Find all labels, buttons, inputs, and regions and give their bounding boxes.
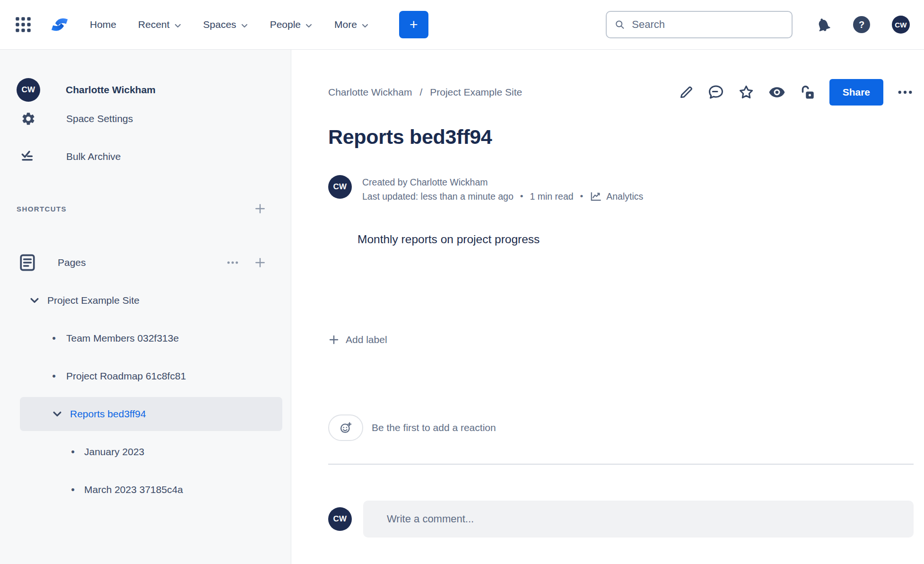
more-actions-button[interactable] [897,84,914,101]
nav-item-recent[interactable]: Recent [138,19,182,30]
bullet-icon: • [71,488,75,492]
reaction-prompt: Be the first to add a reaction [372,422,496,433]
page-actions: Share [678,79,914,106]
tree-item-label: Project Example Site [47,295,139,306]
comment-bubble-icon [707,84,724,101]
unlock-icon [799,84,816,101]
space-sidebar: CW Charlotte Wickham Space Settings Bulk… [0,50,291,564]
nav-item-home[interactable]: Home [90,19,116,30]
comment-placeholder: Write a comment... [387,513,474,525]
reaction-section: Be the first to add a reaction [328,414,914,441]
search-box[interactable] [606,11,793,38]
nav-item-label: Spaces [203,19,236,30]
add-shortcut-button[interactable] [254,203,266,215]
ellipsis-icon [226,256,240,270]
created-by: Created by Charlotte Wickham [362,175,643,189]
pages-more-button[interactable] [226,256,240,270]
sidebar-item-bulk-archive[interactable]: Bulk Archive [0,141,291,173]
add-label-button[interactable]: Add label [328,334,387,345]
chevron-down-icon [361,22,369,29]
topnav-right-group: ? CW [815,16,910,34]
nav-item-label: Home [90,19,116,30]
tree-item-march-2023[interactable]: • March 2023 37185c4a [20,473,282,507]
chevron-down-icon [174,22,182,29]
space-avatar: CW [17,78,40,102]
breadcrumb: Charlotte Wickham / Project Example Site [328,87,522,98]
space-header[interactable]: CW Charlotte Wickham [0,77,291,103]
create-button[interactable]: + [399,11,428,38]
share-button[interactable]: Share [829,79,883,106]
shortcuts-heading: SHORTCUTS [17,205,67,213]
breadcrumb-separator: / [419,87,422,98]
top-navigation: Home Recent Spaces People More + [0,0,924,50]
avatar-initials: CW [333,182,347,192]
breadcrumb-space[interactable]: Charlotte Wickham [328,87,412,98]
eye-icon [768,83,786,101]
last-updated[interactable]: Last updated: less than a minute ago [362,189,514,203]
search-icon [614,18,625,31]
tree-item-label: March 2023 37185c4a [84,484,183,495]
plus-icon [328,334,340,345]
bulk-archive-icon [21,149,36,164]
bullet-icon: • [52,336,56,340]
page-tree: Project Example Site • Team Members 032f… [0,283,291,507]
content-header: Charlotte Wickham / Project Example Site [328,80,914,105]
help-button[interactable]: ? [853,16,870,33]
chevron-down-icon [29,295,40,306]
sidebar-item-pages[interactable]: Pages [0,242,291,283]
star-icon [738,84,755,101]
question-mark-icon: ? [859,19,864,30]
plus-icon [254,203,266,215]
tree-item-january-2023[interactable]: • January 2023 [20,435,282,469]
shortcuts-section-header: SHORTCUTS [0,197,291,220]
add-reaction-button[interactable] [328,414,363,441]
dot-separator: • [519,189,524,203]
bullet-icon: • [52,374,56,378]
nav-item-people[interactable]: People [270,19,313,30]
pages-actions [226,256,266,270]
nav-item-spaces[interactable]: Spaces [203,19,248,30]
confluence-logo[interactable] [48,13,71,36]
breadcrumb-parent-page[interactable]: Project Example Site [430,87,522,98]
app-switcher-button[interactable] [13,15,33,35]
watch-button[interactable] [768,83,786,101]
section-divider [328,464,914,465]
comment-input[interactable]: Write a comment... [363,501,914,538]
notifications-button[interactable] [815,17,831,33]
comments-button[interactable] [707,84,724,101]
tree-item-project-example-site[interactable]: Project Example Site [20,283,282,317]
tree-item-label: Project Roadmap 61c8fc81 [66,370,186,382]
nav-item-label: Recent [138,19,170,30]
gear-icon [21,111,36,126]
add-page-button[interactable] [254,256,266,269]
page-title: Reports bed3ff94 [328,125,914,149]
ellipsis-icon [897,84,914,101]
search-input[interactable] [632,18,784,31]
byline-meta: Last updated: less than a minute ago • 1… [362,189,643,203]
comment-section: CW Write a comment... [328,501,914,538]
avatar-initials: CW [895,21,907,29]
analytics-label: Analytics [606,189,643,203]
sidebar-item-space-settings[interactable]: Space Settings [0,103,291,135]
edit-button[interactable] [678,84,694,100]
byline: CW Created by Charlotte Wickham Last upd… [328,175,914,203]
nav-item-more[interactable]: More [334,19,369,30]
bell-icon [815,17,831,33]
page-content: Charlotte Wickham / Project Example Site [291,50,924,564]
tree-item-project-roadmap[interactable]: • Project Roadmap 61c8fc81 [20,359,282,393]
tree-item-reports-selected[interactable]: Reports bed3ff94 [20,397,282,431]
read-time: 1 min read [530,189,573,203]
plus-icon [254,256,266,269]
byline-text: Created by Charlotte Wickham Last update… [362,175,643,203]
smiley-add-icon [339,421,352,434]
user-avatar-button[interactable]: CW [892,16,910,34]
sidebar-item-label: Bulk Archive [66,151,121,162]
chevron-down-icon [52,409,62,419]
favorite-button[interactable] [738,84,755,101]
author-avatar[interactable]: CW [328,175,352,199]
bullet-icon: • [71,450,75,454]
share-button-label: Share [843,87,870,97]
tree-item-team-members[interactable]: • Team Members 032f313e [20,321,282,355]
analytics-link[interactable]: Analytics [590,189,643,203]
restrictions-button[interactable] [799,84,816,101]
